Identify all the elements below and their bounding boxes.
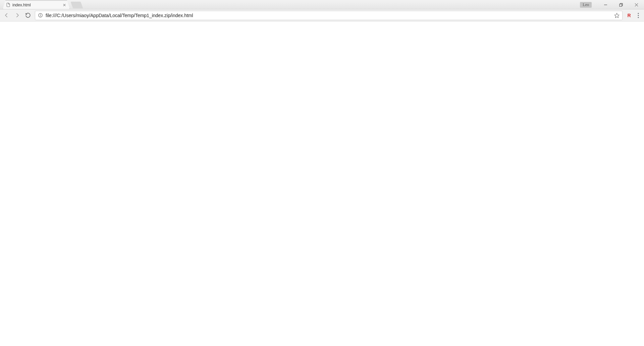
file-icon	[6, 3, 10, 7]
svg-point-11	[638, 15, 639, 16]
browser-window: index.html Leo	[0, 0, 644, 346]
page-content	[0, 21, 644, 346]
back-button[interactable]	[3, 12, 10, 19]
tab-title: index.html	[12, 3, 60, 7]
url-text: file:///C:/Users/miaoy/AppData/Local/Tem…	[46, 13, 611, 18]
bookmark-star-icon[interactable]	[614, 13, 620, 18]
chrome-menu-button[interactable]	[635, 12, 641, 18]
svg-point-10	[638, 13, 639, 14]
forward-button[interactable]	[13, 12, 21, 19]
address-bar[interactable]: file:///C:/Users/miaoy/AppData/Local/Tem…	[35, 11, 623, 20]
svg-point-12	[638, 17, 639, 18]
toolbar: file:///C:/Users/miaoy/AppData/Local/Tem…	[0, 9, 644, 21]
user-profile-badge[interactable]: Leo	[580, 2, 592, 8]
reload-button[interactable]	[24, 12, 32, 19]
minimize-button[interactable]	[598, 0, 613, 9]
svg-rect-3	[620, 4, 622, 6]
svg-marker-9	[614, 13, 619, 17]
browser-tab[interactable]: index.html	[3, 0, 70, 9]
maximize-button[interactable]	[613, 0, 629, 9]
close-tab-button[interactable]	[62, 3, 67, 7]
site-info-icon[interactable]	[38, 13, 43, 18]
new-tab-button[interactable]	[70, 2, 83, 8]
window-controls: Leo	[580, 0, 644, 9]
close-window-button[interactable]	[629, 0, 644, 9]
extension-icon[interactable]: R	[626, 12, 632, 18]
tab-strip: index.html Leo	[0, 0, 644, 9]
svg-point-8	[40, 14, 41, 14]
